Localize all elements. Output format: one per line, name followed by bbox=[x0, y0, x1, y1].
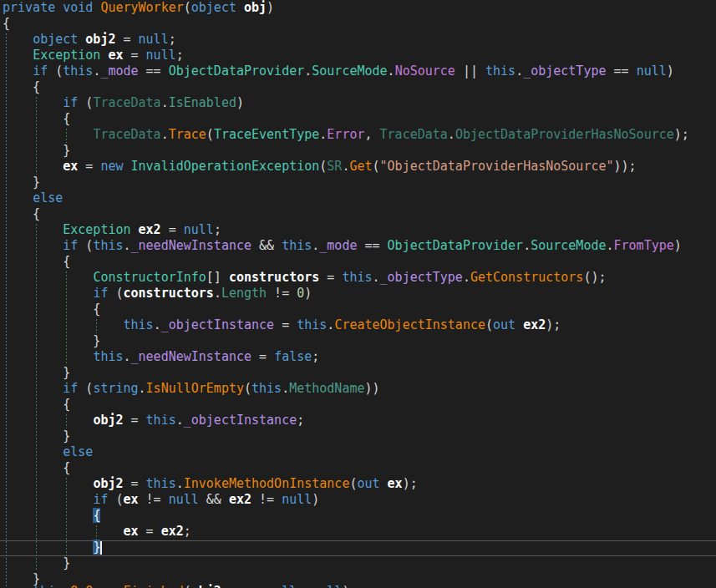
token-p bbox=[3, 444, 63, 459]
code-line[interactable]: this.OnQueryFinished(obj2, ex, null, nul… bbox=[3, 584, 357, 588]
token-k: this bbox=[63, 63, 93, 79]
code-line[interactable]: if (string.IsNullOrEmpty(this.MethodName… bbox=[3, 381, 380, 397]
token-p: . bbox=[607, 238, 614, 253]
token-p: && bbox=[199, 492, 229, 507]
token-l: ex bbox=[388, 476, 403, 491]
token-p: )) bbox=[365, 381, 380, 396]
token-k: null bbox=[139, 32, 169, 47]
code-line[interactable]: Exception ex2 = null; bbox=[3, 222, 221, 238]
code-line[interactable]: { bbox=[3, 206, 40, 222]
token-p: , bbox=[297, 584, 312, 588]
code-line[interactable]: obj2 = this.InvokeMethodOnInstance(out e… bbox=[3, 476, 418, 492]
token-p: ) bbox=[236, 95, 244, 110]
code-line[interactable]: } bbox=[3, 428, 70, 444]
token-m: CreateObjectInstance bbox=[334, 317, 485, 332]
token-p: = bbox=[78, 159, 100, 174]
code-line[interactable]: } bbox=[3, 540, 100, 555]
code-line[interactable]: ConstructorInfo[] constructors = this._o… bbox=[3, 270, 607, 286]
token-p bbox=[3, 48, 33, 63]
token-l: ex bbox=[124, 524, 139, 539]
token-p: = bbox=[251, 349, 274, 364]
code-line[interactable]: { bbox=[3, 254, 70, 270]
token-p: } bbox=[3, 333, 100, 348]
token-k: if bbox=[63, 95, 78, 110]
code-line[interactable]: { bbox=[3, 508, 100, 524]
token-l: constructors bbox=[124, 286, 214, 301]
token-p: ); bbox=[674, 127, 689, 142]
token-k: if bbox=[33, 63, 48, 79]
token-p bbox=[3, 381, 63, 396]
code-line[interactable]: if (ex != null && ex2 != null) bbox=[3, 492, 319, 508]
token-l: ex2 bbox=[139, 222, 161, 237]
token-f: _mode bbox=[100, 63, 138, 79]
code-line[interactable]: { bbox=[3, 16, 10, 32]
token-m: QueryWorker bbox=[100, 0, 183, 15]
token-p bbox=[3, 413, 93, 428]
code-line[interactable]: } bbox=[3, 175, 40, 190]
token-p: == bbox=[357, 238, 387, 253]
token-f: _mode bbox=[319, 238, 357, 253]
token-p: ( bbox=[78, 381, 93, 396]
code-line[interactable]: if (this._mode == ObjectDataProvider.Sou… bbox=[3, 63, 674, 79]
token-s: TraceData bbox=[93, 127, 160, 142]
code-editor[interactable]: private void QueryWorker(object obj){ ob… bbox=[0, 0, 716, 588]
code-line[interactable]: { bbox=[3, 111, 70, 127]
token-f: _objectType bbox=[523, 63, 606, 79]
code-line[interactable]: { bbox=[3, 460, 70, 476]
token-t: ObjectDataProvider bbox=[169, 63, 305, 79]
token-p: . bbox=[388, 63, 395, 79]
token-l: constructors bbox=[229, 270, 319, 285]
token-p: } bbox=[3, 365, 70, 380]
code-line[interactable]: if (constructors.Length != 0) bbox=[3, 286, 312, 302]
code-line[interactable]: { bbox=[3, 397, 70, 413]
token-k: this bbox=[342, 270, 372, 285]
token-k: this bbox=[93, 238, 123, 253]
token-p bbox=[3, 584, 33, 588]
token-p: { bbox=[3, 254, 70, 269]
token-p bbox=[78, 32, 85, 47]
token-s: TraceData bbox=[380, 127, 448, 142]
code-line[interactable]: { bbox=[3, 79, 40, 95]
code-line[interactable]: } bbox=[3, 555, 70, 571]
token-p bbox=[3, 286, 93, 301]
code-line[interactable]: object obj2 = null; bbox=[3, 32, 176, 48]
token-p: { bbox=[3, 111, 70, 126]
token-p bbox=[3, 222, 63, 237]
code-line[interactable]: obj2 = this._objectInstance; bbox=[3, 413, 304, 428]
code-line[interactable]: else bbox=[3, 444, 93, 460]
token-p bbox=[55, 0, 63, 15]
code-line[interactable]: ex = ex2; bbox=[3, 524, 191, 540]
token-k: null bbox=[637, 63, 667, 79]
token-p: ; bbox=[176, 48, 184, 63]
token-p: ( bbox=[48, 63, 63, 79]
token-k: object bbox=[191, 0, 236, 15]
token-l: ex2 bbox=[161, 524, 184, 539]
token-p: = bbox=[274, 317, 297, 332]
code-line[interactable]: } bbox=[3, 333, 100, 349]
token-p: . bbox=[124, 238, 131, 253]
token-p: { bbox=[3, 79, 40, 94]
token-p: { bbox=[3, 206, 40, 221]
code-line[interactable]: this._objectInstance = this.CreateObject… bbox=[3, 317, 561, 333]
code-line[interactable]: if (TraceData.IsEnabled) bbox=[3, 95, 244, 111]
code-line[interactable]: ex = new InvalidOperationException(SR.Ge… bbox=[3, 159, 637, 175]
code-line[interactable]: } bbox=[3, 143, 70, 159]
code-line[interactable]: { bbox=[3, 302, 100, 317]
code-line[interactable]: } bbox=[3, 365, 70, 381]
token-p bbox=[3, 349, 93, 364]
token-f: _needNewInstance bbox=[131, 349, 252, 364]
token-p: != bbox=[139, 492, 169, 507]
code-line[interactable]: if (this._needNewInstance && this._mode … bbox=[3, 238, 682, 254]
token-p: { bbox=[3, 16, 10, 31]
code-line[interactable]: private void QueryWorker(object obj) bbox=[3, 0, 274, 16]
token-p: && bbox=[251, 238, 282, 253]
token-p: . bbox=[463, 270, 470, 285]
token-k: this bbox=[124, 317, 154, 332]
token-t: SourceMode bbox=[531, 238, 606, 253]
token-p: ( bbox=[485, 317, 493, 332]
token-f: _objectInstance bbox=[184, 413, 297, 428]
code-line[interactable]: Exception ex = null; bbox=[3, 48, 184, 63]
code-line[interactable]: else bbox=[3, 190, 63, 206]
code-line[interactable]: TraceData.Trace(TraceEventType.Error, Tr… bbox=[3, 127, 689, 143]
code-line[interactable]: this._needNewInstance = false; bbox=[3, 349, 319, 365]
